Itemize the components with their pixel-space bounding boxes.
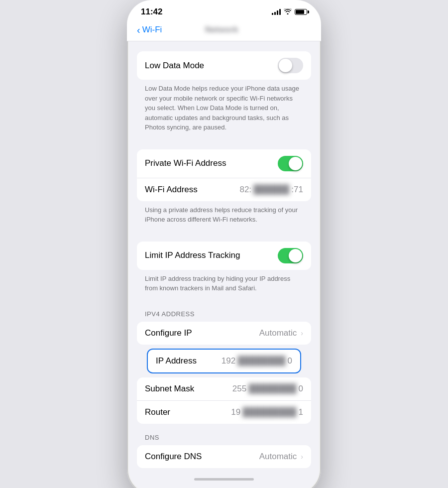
low-data-mode-label: Low Data Mode — [145, 61, 204, 71]
status-bar: 11:42 — [127, 0, 321, 21]
battery-icon — [295, 9, 307, 15]
status-time: 11:42 — [141, 7, 162, 17]
signal-icon — [272, 9, 281, 15]
back-button[interactable]: ‹ Wi-Fi — [137, 25, 162, 35]
low-data-mode-toggle[interactable] — [278, 58, 303, 73]
private-wifi-card: Private Wi-Fi Address Wi-Fi Address 82:█… — [137, 149, 311, 201]
configure-dns-label: Configure DNS — [145, 452, 202, 462]
nav-bar: ‹ Wi-Fi Network — [127, 21, 321, 41]
router-value: 19█████████1 — [231, 407, 303, 417]
private-wifi-row: Private Wi-Fi Address — [137, 149, 311, 178]
limit-ip-toggle[interactable] — [278, 248, 303, 263]
configure-ip-value: Automatic › — [259, 328, 303, 338]
subnet-router-card: Subnet Mask 255████████0 Router 19██████… — [137, 377, 311, 424]
low-data-mode-description: Low Data Mode helps reduce your iPhone d… — [137, 80, 311, 139]
status-icons — [272, 8, 307, 16]
ip-address-highlighted-card: IP Address 192████████0 — [147, 349, 301, 373]
limit-ip-row: Limit IP Address Tracking — [137, 242, 311, 270]
wifi-address-row: Wi-Fi Address 82:██████:71 — [137, 178, 311, 201]
configure-ip-label: Configure IP — [145, 328, 192, 338]
dns-section: DNS Configure DNS Automatic › — [127, 434, 321, 468]
configure-dns-value: Automatic › — [259, 452, 303, 462]
configure-dns-row[interactable]: Configure DNS Automatic › — [137, 445, 311, 468]
dns-section-header: DNS — [127, 434, 321, 445]
wifi-address-value: 82:██████:71 — [239, 185, 303, 195]
limit-ip-section: Limit IP Address Tracking Limit IP addre… — [127, 242, 321, 300]
ip-address-label: IP Address — [156, 356, 197, 366]
home-indicator — [194, 478, 254, 481]
private-wifi-description: Using a private address helps reduce tra… — [137, 201, 311, 232]
subnet-mask-row: Subnet Mask 255████████0 — [137, 377, 311, 401]
ip-address-value: 192████████0 — [222, 356, 292, 366]
subnet-mask-value: 255████████0 — [232, 384, 303, 394]
private-wifi-label: Private Wi-Fi Address — [145, 158, 226, 168]
low-data-mode-section: Low Data Mode Low Data Mode helps reduce… — [127, 51, 321, 139]
chevron-right-icon: › — [301, 329, 303, 337]
limit-ip-card: Limit IP Address Tracking — [137, 242, 311, 270]
limit-ip-description: Limit IP address tracking by hiding your… — [137, 270, 311, 300]
wifi-address-label: Wi-Fi Address — [145, 185, 198, 195]
ip-address-highlight-wrapper: IP Address 192████████0 — [137, 349, 311, 373]
back-label: Wi-Fi — [142, 25, 162, 35]
chevron-right-dns-icon: › — [301, 453, 303, 461]
configure-ip-row[interactable]: Configure IP Automatic › — [137, 322, 311, 345]
ipv4-section-header: IPV4 ADDRESS — [127, 310, 321, 322]
limit-ip-label: Limit IP Address Tracking — [145, 250, 240, 260]
phone-frame: 11:42 ‹ Wi-Fi — [127, 0, 321, 488]
ipv4-card: Configure IP Automatic › — [137, 322, 311, 345]
dns-card: Configure DNS Automatic › — [137, 445, 311, 468]
wifi-icon — [284, 8, 292, 16]
low-data-mode-row: Low Data Mode — [137, 51, 311, 80]
private-wifi-section: Private Wi-Fi Address Wi-Fi Address 82:█… — [127, 149, 321, 232]
low-data-mode-card: Low Data Mode — [137, 51, 311, 80]
nav-title: Network — [205, 25, 268, 35]
subnet-mask-label: Subnet Mask — [145, 384, 194, 394]
ipv4-section: IPV4 ADDRESS Configure IP Automatic › IP… — [127, 310, 321, 424]
private-wifi-toggle[interactable] — [278, 156, 303, 171]
router-label: Router — [145, 407, 170, 417]
chevron-left-icon: ‹ — [137, 25, 140, 35]
content-area: Low Data Mode Low Data Mode helps reduce… — [127, 41, 321, 488]
router-row: Router 19█████████1 — [137, 401, 311, 424]
ip-address-row[interactable]: IP Address 192████████0 — [148, 350, 300, 372]
